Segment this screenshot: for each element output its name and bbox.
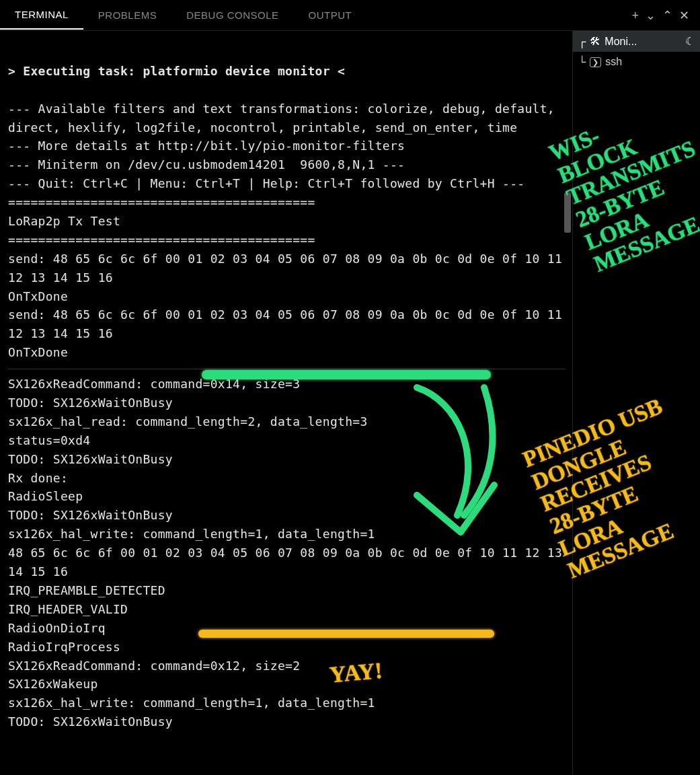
- term-line: TODO: SX126xWaitOnBusy: [8, 396, 173, 410]
- terminal-list-item-monitor[interactable]: ┌ 🛠 Moni... ☾: [573, 31, 700, 52]
- term-line: --- Available filters and text transform…: [8, 102, 562, 135]
- term-line: OnTxDone: [8, 345, 68, 359]
- term-line: sx126x_hal_write: command_length=1, data…: [8, 696, 375, 710]
- terminal-profile-dropdown-icon[interactable]: ⌄: [646, 9, 656, 22]
- term-line: RadioOnDioIrq: [8, 621, 106, 635]
- term-line: --- Miniterm on /dev/cu.usbmodem14201 96…: [8, 157, 405, 172]
- tree-branch-icon: ┌: [578, 36, 586, 48]
- term-line: RadioIrqProcess: [8, 640, 120, 654]
- terminal-icon: ❯: [590, 57, 601, 67]
- term-line: OnTxDone: [8, 289, 68, 303]
- term-line: --- Quit: Ctrl+C | Menu: Ctrl+T | Help: …: [8, 176, 524, 190]
- annotation-yellow-underline: [198, 630, 494, 638]
- panel-toolbar: + ⌄ ⌃ ✕: [631, 9, 693, 22]
- tab-terminal[interactable]: TERMINAL: [0, 1, 83, 30]
- term-line: sx126x_hal_write: command_length=1, data…: [8, 527, 375, 541]
- term-line: SX126xReadCommand: command=0x12, size=2: [8, 659, 300, 673]
- term-line: --- More details at http://bit.ly/pio-mo…: [8, 139, 405, 153]
- term-line: TODO: SX126xWaitOnBusy: [8, 452, 173, 466]
- term-line: RadioSleep: [8, 489, 83, 503]
- terminal-list-label: ssh: [605, 56, 622, 68]
- terminal-list-label: Moni...: [605, 36, 637, 48]
- term-line: 48 65 6c 6c 6f 00 01 02 03 04 05 06 07 0…: [8, 546, 570, 579]
- term-line: SX126xWakeup: [8, 677, 98, 691]
- tab-debug-console[interactable]: DEBUG CONSOLE: [171, 1, 293, 29]
- term-line: status=0xd4: [8, 433, 91, 447]
- term-line: ========================================…: [8, 233, 315, 247]
- terminal-list-item-ssh[interactable]: └ ❯ ssh: [573, 52, 700, 72]
- terminal-viewport[interactable]: > Executing task: platformio device moni…: [0, 31, 572, 775]
- term-line: LoRap2p Tx Test: [8, 214, 120, 228]
- term-line: sx126x_hal_read: command_length=2, data_…: [8, 414, 368, 429]
- maximize-panel-icon[interactable]: ⌃: [662, 9, 672, 22]
- split-divider[interactable]: [8, 369, 566, 369]
- term-line: send: 48 65 6c 6c 6f 00 01 02 03 04 05 0…: [8, 252, 570, 285]
- tools-icon: 🛠: [590, 36, 600, 48]
- term-line: TODO: SX126xWaitOnBusy: [8, 508, 173, 522]
- tree-branch-icon: └: [578, 56, 586, 68]
- scrollbar-thumb[interactable]: [564, 192, 571, 233]
- term-line: send: 48 65 6c 6c 6f 00 01 02 03 04 05 0…: [8, 307, 570, 340]
- tab-output[interactable]: OUTPUT: [294, 1, 367, 29]
- terminal-output: > Executing task: platformio device moni…: [0, 31, 572, 757]
- close-panel-icon[interactable]: ✕: [679, 9, 689, 22]
- term-line: IRQ_HEADER_VALID: [8, 602, 128, 616]
- tab-problems[interactable]: PROBLEMS: [83, 1, 171, 29]
- annotation-green-underline: [202, 370, 491, 379]
- terminal-list-sidebar: ┌ 🛠 Moni... ☾ └ ❯ ssh WIS- BLOCK TRANSMI…: [572, 31, 700, 775]
- new-terminal-button[interactable]: +: [631, 9, 639, 22]
- term-line: ========================================…: [8, 195, 315, 209]
- moon-icon: ☾: [685, 35, 695, 48]
- term-line: Rx done:: [8, 471, 68, 485]
- task-exec-line: > Executing task: platformio device moni…: [8, 64, 345, 78]
- term-line: IRQ_PREAMBLE_DETECTED: [8, 583, 165, 597]
- term-line: TODO: SX126xWaitOnBusy: [8, 714, 173, 729]
- panel-tabbar: TERMINAL PROBLEMS DEBUG CONSOLE OUTPUT +…: [0, 0, 700, 31]
